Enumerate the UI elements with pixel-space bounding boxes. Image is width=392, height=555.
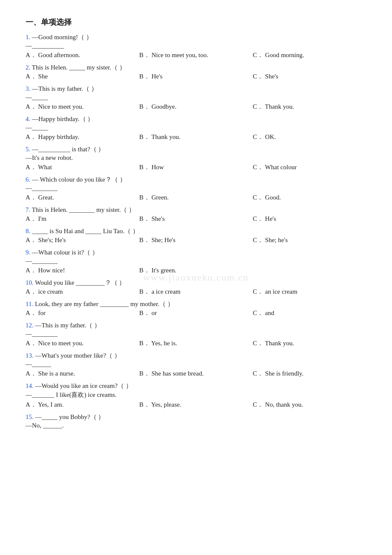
response-line-2: —No, ______.	[26, 422, 366, 429]
question-block: 5. —__________ is that?（ ）—It's a new ro…	[26, 145, 366, 171]
option: A． She	[26, 72, 139, 81]
question-number: 10.	[26, 279, 34, 286]
option: B． How	[139, 163, 253, 171]
option: A． Nice to meet you.	[26, 103, 139, 111]
question-number: 14.	[26, 382, 34, 389]
option: A． I'm	[26, 215, 139, 223]
option: B． She; He's	[139, 236, 253, 244]
option: C． OK.	[253, 133, 366, 141]
question-text: —Happy birthday.（ ）	[30, 116, 94, 122]
option: C． No, thank you.	[253, 401, 366, 409]
question-block: 8. _____ is Su Hai and _____ Liu Tao.（ ）…	[26, 227, 366, 244]
response-line: —______	[26, 361, 366, 368]
option: A． She's; He's	[26, 236, 139, 244]
question-block: 9. —What colour is it?（ ）—________A． How…	[26, 249, 366, 275]
question-line: 15. —_____ you Bobby?（ ）	[26, 413, 366, 421]
question-number: 15.	[26, 413, 34, 420]
option: A． Good afternoon.	[26, 51, 139, 59]
response-line: —It's a new robot.	[26, 154, 366, 162]
option: B． Yes, he is.	[139, 339, 253, 347]
question-text: Would you like _________？（ ）	[34, 279, 126, 286]
question-text: This is Helen. _____ my sister.（ ）	[30, 64, 125, 71]
question-text: —What's your mother like?（ ）	[34, 352, 121, 359]
question-block: 15. —_____ you Bobby?（ ）—No, ______.	[26, 413, 366, 429]
question-number: 2.	[26, 64, 30, 71]
options-row: A． WhatB． HowC． What colour	[26, 163, 366, 171]
option: B． a ice cream	[139, 288, 253, 296]
question-text: — Which colour do you like？（ ）	[30, 176, 126, 183]
question-line: 3. —This is my father.（ ）	[26, 85, 366, 93]
option: B． She has some bread.	[139, 370, 253, 378]
question-number: 3.	[26, 85, 30, 92]
question-line: 10. Would you like _________？（ ）	[26, 279, 366, 287]
option: C． and	[253, 309, 366, 317]
question-line: 9. —What colour is it?（ ）	[26, 249, 366, 257]
question-block: 2. This is Helen. _____ my sister.（ ）A． …	[26, 64, 366, 81]
question-text: —Would you like an ice cream?（ ）	[34, 382, 132, 389]
question-text: —This is my father.（ ）	[30, 85, 98, 92]
question-text: —Good morning!（ ）	[30, 34, 92, 40]
option: C． Thank you.	[253, 339, 366, 347]
option: C． Good morning.	[253, 51, 366, 59]
option: A． She is a nurse.	[26, 370, 139, 378]
question-number: 13.	[26, 352, 34, 359]
options-row: A． I'mB． She'sC． He's	[26, 215, 366, 223]
question-line: 4. —Happy birthday.（ ）	[26, 115, 366, 123]
option: A． What	[26, 163, 139, 171]
options-row: A． Nice to meet you.B． Yes, he is.C． Tha…	[26, 339, 366, 347]
response-line: —________	[26, 257, 366, 265]
option-empty	[253, 266, 366, 275]
options-row: A． Good afternoon.B． Nice to meet you, t…	[26, 51, 366, 59]
question-line: 7. This is Helen. ________ my sister.（ ）	[26, 206, 366, 214]
question-line: 12. —This is my father.（ ）	[26, 321, 366, 330]
option: A． Great.	[26, 194, 139, 202]
question-line: 1. —Good morning!（ ）	[26, 33, 366, 41]
question-line: 5. —__________ is that?（ ）	[26, 145, 366, 153]
question-number: 8.	[26, 228, 30, 234]
option: A． Yes, I am.	[26, 401, 139, 409]
question-block: 13. —What's your mother like?（ ）—______A…	[26, 352, 366, 378]
question-number: 5.	[26, 146, 30, 153]
question-number: 12.	[26, 322, 34, 329]
question-text: —This is my father.（ ）	[34, 322, 101, 329]
question-block: 12. —This is my father.（ ）—________A． Ni…	[26, 321, 366, 347]
option: C． She; he's	[253, 236, 366, 244]
question-line: 8. _____ is Su Hai and _____ Liu Tao.（ ）	[26, 227, 366, 235]
question-block: 7. This is Helen. ________ my sister.（ ）…	[26, 206, 366, 223]
option: A． Happy birthday.	[26, 133, 139, 141]
option: C． Thank you.	[253, 103, 366, 111]
option: B． He's	[139, 72, 253, 81]
question-block: 14. —Would you like an ice cream?（ ）—___…	[26, 382, 366, 409]
question-block: 10. Would you like _________？（ ）A． ice c…	[26, 279, 366, 296]
option: C． What colour	[253, 163, 366, 171]
response-line: —_____	[26, 94, 366, 101]
question-number: 11.	[26, 301, 33, 307]
question-text: —_____ you Bobby?（ ）	[34, 413, 105, 420]
options-row: A． ice creamB． a ice creamC． an ice crea…	[26, 288, 366, 296]
option: C． She's	[253, 72, 366, 81]
question-block: 1. —Good morning!（ ）—__________A． Good a…	[26, 33, 366, 59]
question-line: 14. —Would you like an ice cream?（ ）	[26, 382, 366, 390]
option: B． She's	[139, 215, 253, 223]
options-row: A． Happy birthday.B． Thank you.C． OK.	[26, 133, 366, 141]
question-text: _____ is Su Hai and _____ Liu Tao.（ ）	[30, 228, 139, 234]
options-row: A． SheB． He'sC． She's	[26, 72, 366, 81]
option: B． Yes, please.	[139, 401, 253, 409]
options-row: A． Great.B． Green.C． Good.	[26, 194, 366, 202]
question-text: Look, they are my father _________ my mo…	[33, 301, 174, 307]
options-row: A． Nice to meet you.B． Goodbye.C． Thank …	[26, 103, 366, 111]
question-text: This is Helen. ________ my sister.（ ）	[30, 206, 135, 213]
option: B． or	[139, 309, 253, 317]
option: B． Goodbye.	[139, 103, 253, 111]
question-line: 11. Look, they are my father _________ m…	[26, 300, 366, 308]
question-number: 1.	[26, 34, 30, 40]
option: C． He's	[253, 215, 366, 223]
option: A． ice cream	[26, 288, 139, 296]
response-line: —________	[26, 185, 366, 192]
question-block: 4. —Happy birthday.（ ）—_____A． Happy bir…	[26, 115, 366, 141]
options-row: A． How nice!B． It's green.	[26, 266, 366, 275]
options-row: A． She is a nurse.B． She has some bread.…	[26, 370, 366, 378]
question-number: 9.	[26, 249, 30, 256]
option: C． Good.	[253, 194, 366, 202]
options-row: A． forB． orC． and	[26, 309, 366, 317]
